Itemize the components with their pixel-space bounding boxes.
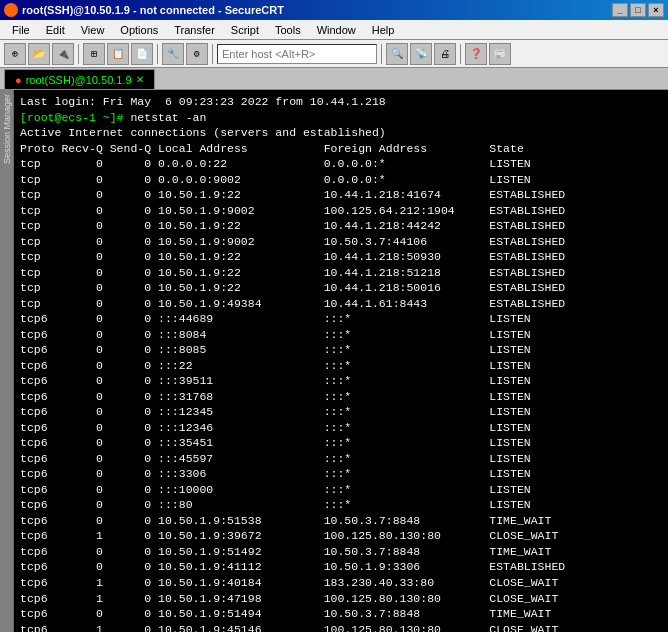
- table-row: tcp6 0 0 :::45597 :::* LISTEN: [20, 451, 662, 467]
- table-row: tcp6 1 0 10.50.1.9:40184 183.230.40.33:8…: [20, 575, 662, 591]
- table-row: tcp6 0 0 10.50.1.9:41112 10.50.1.9:3306 …: [20, 559, 662, 575]
- terminal-line-login: Last login: Fri May 6 09:23:23 2022 from…: [20, 94, 662, 110]
- table-row: tcp6 1 0 10.50.1.9:47198 100.125.80.130:…: [20, 591, 662, 607]
- table-row: tcp 0 0 10.50.1.9:22 10.44.1.218:50016 E…: [20, 280, 662, 296]
- separator-1: [78, 44, 79, 64]
- tab-label: root(SSH)@10.50.1.9: [26, 74, 132, 86]
- connect-button[interactable]: 🔌: [52, 43, 74, 65]
- table-row: tcp 0 0 10.50.1.9:22 10.44.1.218:51218 E…: [20, 265, 662, 281]
- menu-file[interactable]: File: [4, 22, 38, 38]
- toolbar: ⊕ 📂 🔌 ⊞ 📋 📄 🔧 ⚙ 🔍 📡 🖨 ❓ 📰: [0, 40, 668, 68]
- table-row: tcp6 0 0 10.50.1.9:51492 10.50.3.7:8848 …: [20, 544, 662, 560]
- table-row: tcp6 0 0 :::10000 :::* LISTEN: [20, 482, 662, 498]
- separator-4: [381, 44, 382, 64]
- table-row: tcp6 0 0 :::22 :::* LISTEN: [20, 358, 662, 374]
- toolbar-btn-11[interactable]: 🖨: [434, 43, 456, 65]
- tab-close-button[interactable]: ✕: [136, 74, 144, 85]
- table-row: tcp6 0 0 :::35451 :::* LISTEN: [20, 435, 662, 451]
- table-row: tcp6 0 0 10.50.1.9:51494 10.50.3.7:8848 …: [20, 606, 662, 622]
- table-row: tcp 0 0 10.50.1.9:49384 10.44.1.61:8443 …: [20, 296, 662, 312]
- terminal[interactable]: Last login: Fri May 6 09:23:23 2022 from…: [14, 90, 668, 632]
- table-row: tcp 0 0 10.50.1.9:9002 100.125.64.212:19…: [20, 203, 662, 219]
- table-row: tcp 0 0 10.50.1.9:22 10.44.1.218:41674 E…: [20, 187, 662, 203]
- menu-help[interactable]: Help: [364, 22, 403, 38]
- sidebar: Session Manager: [0, 90, 14, 632]
- close-button[interactable]: ×: [648, 3, 664, 17]
- menu-script[interactable]: Script: [223, 22, 267, 38]
- table-row: tcp 0 0 10.50.1.9:9002 10.50.3.7:44106 E…: [20, 234, 662, 250]
- separator-3: [212, 44, 213, 64]
- toolbar-btn-13[interactable]: 📰: [489, 43, 511, 65]
- table-row: tcp6 1 0 10.50.1.9:39672 100.125.80.130:…: [20, 528, 662, 544]
- table-row: tcp 0 0 10.50.1.9:22 10.44.1.218:50930 E…: [20, 249, 662, 265]
- toolbar-btn-4[interactable]: ⊞: [83, 43, 105, 65]
- table-row: tcp6 0 0 :::8085 :::* LISTEN: [20, 342, 662, 358]
- toolbar-btn-6[interactable]: 📄: [131, 43, 153, 65]
- minimize-button[interactable]: _: [612, 3, 628, 17]
- toolbar-btn-9[interactable]: 🔍: [386, 43, 408, 65]
- toolbar-btn-12[interactable]: ❓: [465, 43, 487, 65]
- tab-session[interactable]: ● root(SSH)@10.50.1.9 ✕: [4, 69, 155, 89]
- menu-edit[interactable]: Edit: [38, 22, 73, 38]
- table-row: tcp6 0 0 :::12345 :::* LISTEN: [20, 404, 662, 420]
- separator-5: [460, 44, 461, 64]
- window-controls[interactable]: _ □ ×: [612, 3, 664, 17]
- host-input[interactable]: [217, 44, 377, 64]
- table-row: tcp6 0 0 :::12346 :::* LISTEN: [20, 420, 662, 436]
- toolbar-btn-7[interactable]: 🔧: [162, 43, 184, 65]
- table-row: tcp 0 0 10.50.1.9:22 10.44.1.218:44242 E…: [20, 218, 662, 234]
- menu-bar: File Edit View Options Transfer Script T…: [0, 20, 668, 40]
- terminal-line-title: Active Internet connections (servers and…: [20, 125, 662, 141]
- table-row: tcp6 0 0 :::80 :::* LISTEN: [20, 497, 662, 513]
- table-row: tcp6 0 0 10.50.1.9:51538 10.50.3.7:8848 …: [20, 513, 662, 529]
- table-row: tcp6 0 0 :::39511 :::* LISTEN: [20, 373, 662, 389]
- table-row: tcp6 0 0 :::44689 :::* LISTEN: [20, 311, 662, 327]
- menu-tools[interactable]: Tools: [267, 22, 309, 38]
- table-row: tcp6 0 0 :::3306 :::* LISTEN: [20, 466, 662, 482]
- tab-bar: ● root(SSH)@10.50.1.9 ✕: [0, 68, 668, 90]
- menu-view[interactable]: View: [73, 22, 113, 38]
- app-icon: [4, 3, 18, 17]
- table-row: tcp 0 0 0.0.0.0:22 0.0.0.0:* LISTEN: [20, 156, 662, 172]
- tab-icon: ●: [15, 74, 22, 86]
- terminal-line-header: Proto Recv-Q Send-Q Local Address Foreig…: [20, 141, 662, 157]
- window-title: root(SSH)@10.50.1.9 - not connected - Se…: [22, 4, 284, 16]
- table-row: tcp 0 0 0.0.0.0:9002 0.0.0.0:* LISTEN: [20, 172, 662, 188]
- maximize-button[interactable]: □: [630, 3, 646, 17]
- main-area: Session Manager Last login: Fri May 6 09…: [0, 90, 668, 632]
- table-row: tcp6 1 0 10.50.1.9:45146 100.125.80.130:…: [20, 622, 662, 632]
- toolbar-btn-8[interactable]: ⚙: [186, 43, 208, 65]
- open-button[interactable]: 📂: [28, 43, 50, 65]
- menu-window[interactable]: Window: [309, 22, 364, 38]
- new-session-button[interactable]: ⊕: [4, 43, 26, 65]
- table-row: tcp6 0 0 :::8084 :::* LISTEN: [20, 327, 662, 343]
- terminal-line-cmd: [root@ecs-1 ~]# netstat -an: [20, 110, 662, 126]
- menu-transfer[interactable]: Transfer: [166, 22, 223, 38]
- separator-2: [157, 44, 158, 64]
- menu-options[interactable]: Options: [112, 22, 166, 38]
- table-row: tcp6 0 0 :::31768 :::* LISTEN: [20, 389, 662, 405]
- toolbar-btn-5[interactable]: 📋: [107, 43, 129, 65]
- title-bar: root(SSH)@10.50.1.9 - not connected - Se…: [0, 0, 668, 20]
- sidebar-label: Session Manager: [2, 94, 12, 164]
- toolbar-btn-10[interactable]: 📡: [410, 43, 432, 65]
